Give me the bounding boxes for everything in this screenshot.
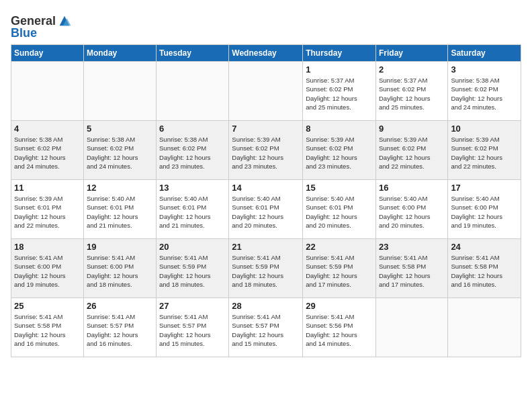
calendar-day-2: 2Sunrise: 5:37 AMSunset: 6:02 PMDaylight… xyxy=(375,62,447,121)
weekday-header-wednesday: Wednesday xyxy=(229,45,303,62)
calendar-day-22: 22Sunrise: 5:41 AMSunset: 5:59 PMDayligh… xyxy=(303,239,376,298)
day-number: 25 xyxy=(14,301,81,311)
day-info: Sunrise: 5:41 AMSunset: 5:58 PMDaylight:… xyxy=(14,312,81,348)
day-info: Sunrise: 5:41 AMSunset: 5:59 PMDaylight:… xyxy=(306,253,373,289)
day-info: Sunrise: 5:39 AMSunset: 6:02 PMDaylight:… xyxy=(232,135,300,171)
day-info: Sunrise: 5:41 AMSunset: 5:59 PMDaylight:… xyxy=(159,253,226,289)
calendar-table: SundayMondayTuesdayWednesdayThursdayFrid… xyxy=(11,44,521,357)
day-number: 5 xyxy=(87,124,153,134)
day-number: 17 xyxy=(451,183,518,193)
day-info: Sunrise: 5:37 AMSunset: 6:02 PMDaylight:… xyxy=(306,76,373,111)
day-number: 19 xyxy=(87,242,153,252)
calendar-day-11: 11Sunrise: 5:39 AMSunset: 6:01 PMDayligh… xyxy=(11,180,84,239)
day-info: Sunrise: 5:39 AMSunset: 6:02 PMDaylight:… xyxy=(379,135,445,171)
day-number: 7 xyxy=(232,124,300,134)
calendar-day-15: 15Sunrise: 5:40 AMSunset: 6:01 PMDayligh… xyxy=(303,180,376,239)
day-info: Sunrise: 5:41 AMSunset: 5:56 PMDaylight:… xyxy=(306,312,373,348)
day-info: Sunrise: 5:41 AMSunset: 6:00 PMDaylight:… xyxy=(14,253,81,289)
calendar-day-10: 10Sunrise: 5:39 AMSunset: 6:02 PMDayligh… xyxy=(448,121,521,180)
day-number: 18 xyxy=(14,242,81,252)
calendar-day-16: 16Sunrise: 5:40 AMSunset: 6:00 PMDayligh… xyxy=(375,180,447,239)
calendar-day-14: 14Sunrise: 5:40 AMSunset: 6:01 PMDayligh… xyxy=(229,180,303,239)
day-info: Sunrise: 5:41 AMSunset: 5:57 PMDaylight:… xyxy=(232,312,300,348)
calendar-day-26: 26Sunrise: 5:41 AMSunset: 5:57 PMDayligh… xyxy=(83,298,156,357)
day-number: 22 xyxy=(306,242,373,252)
calendar-day-empty xyxy=(375,298,447,357)
day-number: 4 xyxy=(14,124,81,134)
calendar-day-8: 8Sunrise: 5:39 AMSunset: 6:02 PMDaylight… xyxy=(303,121,376,180)
weekday-header-friday: Friday xyxy=(375,45,447,62)
calendar-week-row: 25Sunrise: 5:41 AMSunset: 5:58 PMDayligh… xyxy=(11,298,521,357)
day-number: 10 xyxy=(451,124,518,134)
calendar-day-7: 7Sunrise: 5:39 AMSunset: 6:02 PMDaylight… xyxy=(229,121,303,180)
day-info: Sunrise: 5:41 AMSunset: 5:59 PMDaylight:… xyxy=(232,253,300,289)
weekday-header-saturday: Saturday xyxy=(448,45,521,62)
calendar-day-18: 18Sunrise: 5:41 AMSunset: 6:00 PMDayligh… xyxy=(11,239,84,298)
day-number: 20 xyxy=(159,242,226,252)
calendar-day-empty xyxy=(229,62,303,121)
calendar-header-row: SundayMondayTuesdayWednesdayThursdayFrid… xyxy=(11,45,521,62)
day-info: Sunrise: 5:38 AMSunset: 6:02 PMDaylight:… xyxy=(14,135,81,171)
calendar-day-6: 6Sunrise: 5:38 AMSunset: 6:02 PMDaylight… xyxy=(157,121,229,180)
calendar-day-empty xyxy=(83,62,156,121)
calendar-day-17: 17Sunrise: 5:40 AMSunset: 6:00 PMDayligh… xyxy=(448,180,521,239)
day-number: 26 xyxy=(87,301,153,311)
day-info: Sunrise: 5:38 AMSunset: 6:02 PMDaylight:… xyxy=(159,135,226,171)
day-number: 6 xyxy=(159,124,226,134)
day-info: Sunrise: 5:40 AMSunset: 6:01 PMDaylight:… xyxy=(306,194,373,230)
calendar-week-row: 11Sunrise: 5:39 AMSunset: 6:01 PMDayligh… xyxy=(11,180,521,239)
day-info: Sunrise: 5:38 AMSunset: 6:02 PMDaylight:… xyxy=(451,76,518,111)
day-number: 15 xyxy=(306,183,373,193)
day-info: Sunrise: 5:39 AMSunset: 6:02 PMDaylight:… xyxy=(451,135,518,171)
day-info: Sunrise: 5:39 AMSunset: 6:01 PMDaylight:… xyxy=(14,194,81,230)
calendar-day-4: 4Sunrise: 5:38 AMSunset: 6:02 PMDaylight… xyxy=(11,121,84,180)
weekday-header-tuesday: Tuesday xyxy=(157,45,229,62)
day-number: 13 xyxy=(159,183,226,193)
day-number: 27 xyxy=(159,301,226,311)
logo-icon xyxy=(57,13,72,28)
day-number: 21 xyxy=(232,242,300,252)
calendar-day-28: 28Sunrise: 5:41 AMSunset: 5:57 PMDayligh… xyxy=(229,298,303,357)
day-number: 12 xyxy=(87,183,153,193)
day-number: 14 xyxy=(232,183,300,193)
calendar-day-19: 19Sunrise: 5:41 AMSunset: 6:00 PMDayligh… xyxy=(83,239,156,298)
day-info: Sunrise: 5:41 AMSunset: 5:58 PMDaylight:… xyxy=(451,253,518,289)
calendar-day-13: 13Sunrise: 5:40 AMSunset: 6:01 PMDayligh… xyxy=(157,180,229,239)
day-info: Sunrise: 5:38 AMSunset: 6:02 PMDaylight:… xyxy=(87,135,153,171)
day-info: Sunrise: 5:40 AMSunset: 6:01 PMDaylight:… xyxy=(87,194,153,230)
calendar-day-1: 1Sunrise: 5:37 AMSunset: 6:02 PMDaylight… xyxy=(303,62,376,121)
day-info: Sunrise: 5:37 AMSunset: 6:02 PMDaylight:… xyxy=(379,76,445,111)
day-number: 3 xyxy=(451,64,518,75)
calendar-day-5: 5Sunrise: 5:38 AMSunset: 6:02 PMDaylight… xyxy=(83,121,156,180)
day-number: 28 xyxy=(232,301,300,311)
weekday-header-sunday: Sunday xyxy=(11,45,84,62)
logo-blue-text: Blue xyxy=(11,27,37,39)
calendar-day-empty xyxy=(448,298,521,357)
day-info: Sunrise: 5:40 AMSunset: 6:00 PMDaylight:… xyxy=(379,194,445,230)
logo-text: General xyxy=(11,15,56,27)
calendar-day-29: 29Sunrise: 5:41 AMSunset: 5:56 PMDayligh… xyxy=(303,298,376,357)
day-info: Sunrise: 5:41 AMSunset: 5:57 PMDaylight:… xyxy=(87,312,153,348)
day-number: 1 xyxy=(306,64,373,75)
calendar-day-empty xyxy=(157,62,229,121)
calendar-week-row: 4Sunrise: 5:38 AMSunset: 6:02 PMDaylight… xyxy=(11,121,521,180)
weekday-header-thursday: Thursday xyxy=(303,45,376,62)
day-info: Sunrise: 5:40 AMSunset: 6:01 PMDaylight:… xyxy=(159,194,226,230)
calendar-day-27: 27Sunrise: 5:41 AMSunset: 5:57 PMDayligh… xyxy=(157,298,229,357)
day-number: 23 xyxy=(379,242,445,252)
day-info: Sunrise: 5:41 AMSunset: 5:58 PMDaylight:… xyxy=(379,253,445,289)
day-info: Sunrise: 5:41 AMSunset: 5:57 PMDaylight:… xyxy=(159,312,226,348)
calendar-day-21: 21Sunrise: 5:41 AMSunset: 5:59 PMDayligh… xyxy=(229,239,303,298)
page-header: General Blue xyxy=(11,11,521,39)
day-info: Sunrise: 5:41 AMSunset: 6:00 PMDaylight:… xyxy=(87,253,153,289)
calendar-week-row: 1Sunrise: 5:37 AMSunset: 6:02 PMDaylight… xyxy=(11,62,521,121)
day-number: 8 xyxy=(306,124,373,134)
day-info: Sunrise: 5:39 AMSunset: 6:02 PMDaylight:… xyxy=(306,135,373,171)
calendar-day-3: 3Sunrise: 5:38 AMSunset: 6:02 PMDaylight… xyxy=(448,62,521,121)
calendar-day-empty xyxy=(11,62,84,121)
calendar-day-20: 20Sunrise: 5:41 AMSunset: 5:59 PMDayligh… xyxy=(157,239,229,298)
day-info: Sunrise: 5:40 AMSunset: 6:01 PMDaylight:… xyxy=(232,194,300,230)
day-number: 16 xyxy=(379,183,445,193)
day-number: 24 xyxy=(451,242,518,252)
calendar-day-24: 24Sunrise: 5:41 AMSunset: 5:58 PMDayligh… xyxy=(448,239,521,298)
